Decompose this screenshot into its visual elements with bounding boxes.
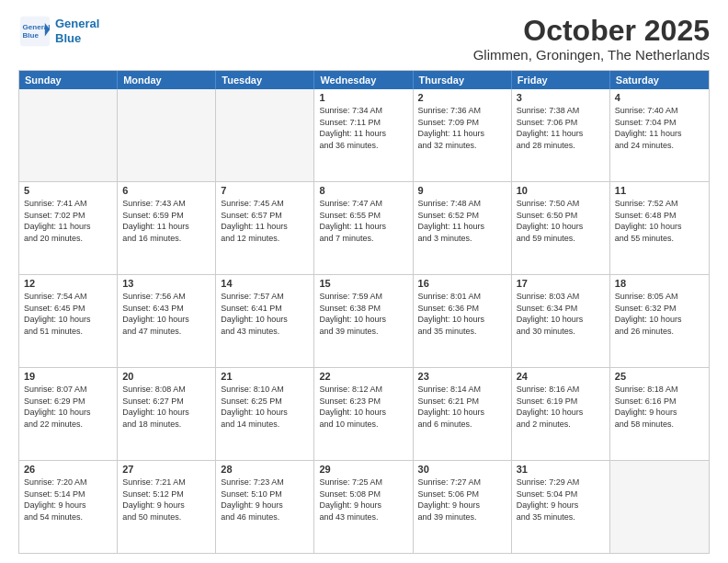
table-row: 20Sunrise: 8:08 AM Sunset: 6:27 PM Dayli…: [118, 368, 216, 460]
day-info: Sunrise: 8:10 AM Sunset: 6:25 PM Dayligh…: [221, 384, 309, 430]
day-number: 17: [517, 278, 605, 289]
day-info: Sunrise: 7:38 AM Sunset: 7:06 PM Dayligh…: [517, 105, 605, 151]
day-info: Sunrise: 7:21 AM Sunset: 5:12 PM Dayligh…: [122, 477, 210, 523]
table-row: 19Sunrise: 8:07 AM Sunset: 6:29 PM Dayli…: [19, 368, 118, 460]
day-number: 11: [615, 185, 704, 196]
table-row: 15Sunrise: 7:59 AM Sunset: 6:38 PM Dayli…: [314, 275, 413, 367]
day-info: Sunrise: 8:16 AM Sunset: 6:19 PM Dayligh…: [517, 384, 605, 430]
calendar-header: Sunday Monday Tuesday Wednesday Thursday…: [19, 71, 709, 89]
page-subtitle: Glimmen, Groningen, The Netherlands: [473, 47, 710, 63]
table-row: 29Sunrise: 7:25 AM Sunset: 5:08 PM Dayli…: [314, 461, 413, 553]
table-row: 4Sunrise: 7:40 AM Sunset: 7:04 PM Daylig…: [610, 89, 709, 181]
day-number: 7: [221, 185, 309, 196]
table-row: 17Sunrise: 8:03 AM Sunset: 6:34 PM Dayli…: [512, 275, 610, 367]
table-row: 13Sunrise: 7:56 AM Sunset: 6:43 PM Dayli…: [118, 275, 216, 367]
day-info: Sunrise: 8:12 AM Sunset: 6:23 PM Dayligh…: [319, 384, 407, 430]
day-number: 29: [319, 464, 407, 475]
day-info: Sunrise: 7:50 AM Sunset: 6:50 PM Dayligh…: [517, 198, 605, 244]
day-number: 3: [517, 92, 605, 103]
table-row: 2Sunrise: 7:36 AM Sunset: 7:09 PM Daylig…: [414, 89, 512, 181]
day-number: 4: [615, 92, 704, 103]
weekday-wednesday: Wednesday: [314, 71, 413, 89]
day-info: Sunrise: 7:43 AM Sunset: 6:59 PM Dayligh…: [122, 198, 210, 244]
day-number: 14: [221, 278, 309, 289]
day-number: 15: [319, 278, 407, 289]
day-info: Sunrise: 8:08 AM Sunset: 6:27 PM Dayligh…: [122, 384, 210, 430]
table-row: 25Sunrise: 8:18 AM Sunset: 6:16 PM Dayli…: [610, 368, 709, 460]
day-info: Sunrise: 7:34 AM Sunset: 7:11 PM Dayligh…: [319, 105, 407, 151]
header: General Blue General Blue October 2025 G…: [18, 15, 710, 63]
calendar-row-3: 19Sunrise: 8:07 AM Sunset: 6:29 PM Dayli…: [19, 368, 709, 461]
table-row: 7Sunrise: 7:45 AM Sunset: 6:57 PM Daylig…: [216, 182, 314, 274]
table-row: 22Sunrise: 8:12 AM Sunset: 6:23 PM Dayli…: [314, 368, 413, 460]
day-number: 16: [418, 278, 506, 289]
day-number: 8: [319, 185, 407, 196]
calendar-row-2: 12Sunrise: 7:54 AM Sunset: 6:45 PM Dayli…: [19, 275, 709, 368]
weekday-sunday: Sunday: [19, 71, 118, 89]
svg-text:Blue: Blue: [23, 31, 40, 40]
day-number: 21: [221, 371, 309, 382]
day-info: Sunrise: 8:03 AM Sunset: 6:34 PM Dayligh…: [517, 291, 605, 337]
table-row: 30Sunrise: 7:27 AM Sunset: 5:06 PM Dayli…: [414, 461, 512, 553]
table-row: 26Sunrise: 7:20 AM Sunset: 5:14 PM Dayli…: [19, 461, 118, 553]
day-info: Sunrise: 8:07 AM Sunset: 6:29 PM Dayligh…: [24, 384, 112, 430]
title-block: October 2025 Glimmen, Groningen, The Net…: [473, 15, 710, 63]
day-info: Sunrise: 7:20 AM Sunset: 5:14 PM Dayligh…: [24, 477, 112, 523]
table-row: 12Sunrise: 7:54 AM Sunset: 6:45 PM Dayli…: [19, 275, 118, 367]
calendar-row-1: 5Sunrise: 7:41 AM Sunset: 7:02 PM Daylig…: [19, 182, 709, 275]
day-number: 26: [24, 464, 112, 475]
table-row: [610, 461, 709, 553]
day-number: 6: [122, 185, 210, 196]
day-number: 18: [615, 278, 704, 289]
calendar-row-0: 1Sunrise: 7:34 AM Sunset: 7:11 PM Daylig…: [19, 89, 709, 182]
table-row: 5Sunrise: 7:41 AM Sunset: 7:02 PM Daylig…: [19, 182, 118, 274]
day-info: Sunrise: 7:59 AM Sunset: 6:38 PM Dayligh…: [319, 291, 407, 337]
day-info: Sunrise: 7:57 AM Sunset: 6:41 PM Dayligh…: [221, 291, 309, 337]
day-number: 27: [122, 464, 210, 475]
day-info: Sunrise: 8:18 AM Sunset: 6:16 PM Dayligh…: [615, 384, 704, 430]
weekday-saturday: Saturday: [610, 71, 709, 89]
logo-line2: Blue: [55, 31, 81, 45]
day-info: Sunrise: 7:40 AM Sunset: 7:04 PM Dayligh…: [615, 105, 704, 151]
day-number: 25: [615, 371, 704, 382]
table-row: 11Sunrise: 7:52 AM Sunset: 6:48 PM Dayli…: [610, 182, 709, 274]
day-number: 28: [221, 464, 309, 475]
day-info: Sunrise: 8:14 AM Sunset: 6:21 PM Dayligh…: [418, 384, 506, 430]
day-info: Sunrise: 8:05 AM Sunset: 6:32 PM Dayligh…: [615, 291, 704, 337]
weekday-monday: Monday: [118, 71, 216, 89]
page-title: October 2025: [473, 15, 710, 47]
table-row: 8Sunrise: 7:47 AM Sunset: 6:55 PM Daylig…: [314, 182, 413, 274]
table-row: 27Sunrise: 7:21 AM Sunset: 5:12 PM Dayli…: [118, 461, 216, 553]
table-row: 3Sunrise: 7:38 AM Sunset: 7:06 PM Daylig…: [512, 89, 610, 181]
table-row: 10Sunrise: 7:50 AM Sunset: 6:50 PM Dayli…: [512, 182, 610, 274]
table-row: 14Sunrise: 7:57 AM Sunset: 6:41 PM Dayli…: [216, 275, 314, 367]
weekday-friday: Friday: [512, 71, 610, 89]
day-number: 2: [418, 92, 506, 103]
table-row: 6Sunrise: 7:43 AM Sunset: 6:59 PM Daylig…: [118, 182, 216, 274]
day-info: Sunrise: 8:01 AM Sunset: 6:36 PM Dayligh…: [418, 291, 506, 337]
table-row: 16Sunrise: 8:01 AM Sunset: 6:36 PM Dayli…: [414, 275, 512, 367]
day-info: Sunrise: 7:48 AM Sunset: 6:52 PM Dayligh…: [418, 198, 506, 244]
table-row: 9Sunrise: 7:48 AM Sunset: 6:52 PM Daylig…: [414, 182, 512, 274]
day-info: Sunrise: 7:23 AM Sunset: 5:10 PM Dayligh…: [221, 477, 309, 523]
day-number: 20: [122, 371, 210, 382]
day-number: 13: [122, 278, 210, 289]
calendar: Sunday Monday Tuesday Wednesday Thursday…: [18, 70, 710, 554]
table-row: 28Sunrise: 7:23 AM Sunset: 5:10 PM Dayli…: [216, 461, 314, 553]
weekday-tuesday: Tuesday: [216, 71, 314, 89]
day-info: Sunrise: 7:29 AM Sunset: 5:04 PM Dayligh…: [517, 477, 605, 523]
day-number: 22: [319, 371, 407, 382]
day-info: Sunrise: 7:56 AM Sunset: 6:43 PM Dayligh…: [122, 291, 210, 337]
day-info: Sunrise: 7:54 AM Sunset: 6:45 PM Dayligh…: [24, 291, 112, 337]
logo-text: General Blue: [55, 17, 99, 45]
table-row: [19, 89, 118, 181]
calendar-row-4: 26Sunrise: 7:20 AM Sunset: 5:14 PM Dayli…: [19, 461, 709, 553]
table-row: 31Sunrise: 7:29 AM Sunset: 5:04 PM Dayli…: [512, 461, 610, 553]
table-row: 24Sunrise: 8:16 AM Sunset: 6:19 PM Dayli…: [512, 368, 610, 460]
table-row: 18Sunrise: 8:05 AM Sunset: 6:32 PM Dayli…: [610, 275, 709, 367]
day-number: 30: [418, 464, 506, 475]
day-number: 31: [517, 464, 605, 475]
day-number: 12: [24, 278, 112, 289]
day-number: 9: [418, 185, 506, 196]
logo: General Blue General Blue: [18, 15, 99, 48]
